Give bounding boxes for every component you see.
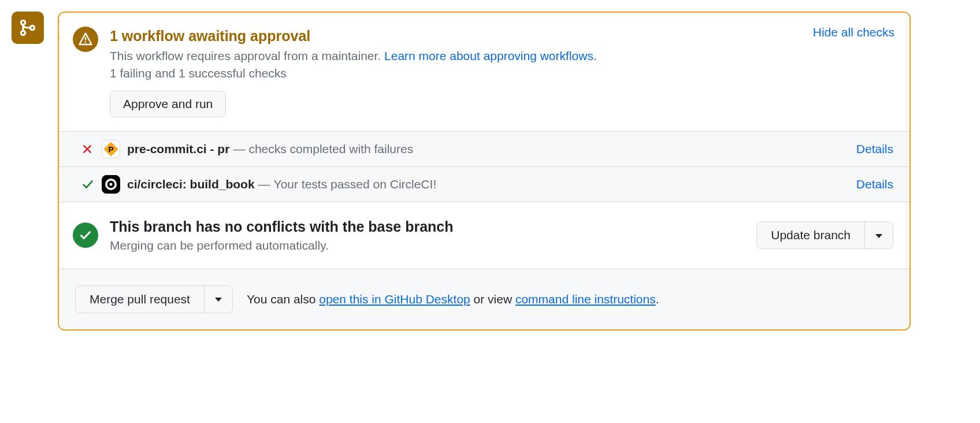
approval-section: 1 workflow awaiting approval This workfl… — [59, 13, 910, 132]
caret-down-icon — [215, 298, 222, 302]
alert-triangle-icon — [79, 32, 92, 46]
check-row: ci/circleci: build_book — Your tests pas… — [59, 167, 910, 202]
check-status-pass — [82, 179, 99, 190]
svg-point-1 — [21, 31, 25, 35]
merge-dropdown-button[interactable] — [204, 286, 232, 313]
check-icon — [82, 179, 94, 190]
check-details-link[interactable]: Details — [856, 177, 893, 191]
approval-description: This workflow requires approval from a m… — [110, 49, 893, 63]
conflicts-title: This branch has no conflicts with the ba… — [110, 218, 756, 235]
merge-footer: Merge pull request You can also open thi… — [59, 269, 910, 329]
merge-pr-button-group: Merge pull request — [75, 285, 233, 313]
precommit-icon: P — [104, 142, 118, 156]
check-status-fail — [82, 144, 99, 154]
conflicts-description: Merging can be performed automatically. — [110, 239, 756, 253]
warning-status-circle — [73, 27, 98, 52]
svg-point-0 — [21, 20, 25, 24]
status-icon-column — [73, 27, 110, 117]
update-branch-dropdown-button[interactable] — [864, 222, 893, 248]
check-name: pre-commit.ci - pr — [127, 142, 229, 156]
timeline-badge — [12, 12, 44, 44]
check-separator: — — [233, 142, 245, 156]
merge-hint-text: You can also open this in GitHub Desktop… — [247, 292, 659, 306]
merge-hint-mid: or view — [470, 292, 515, 306]
check-icon — [79, 229, 92, 242]
merge-pull-request-button[interactable]: Merge pull request — [76, 286, 204, 313]
approval-desc-text: This workflow requires approval from a m… — [110, 49, 384, 62]
svg-point-8 — [110, 183, 113, 185]
checks-summary: 1 failing and 1 successful checks — [110, 66, 893, 80]
conflicts-body: This branch has no conflicts with the ba… — [110, 218, 756, 253]
check-row: P pre-commit.ci - pr — checks completed … — [59, 132, 910, 167]
update-branch-button-group: Update branch — [756, 221, 893, 249]
circleci-icon — [105, 178, 117, 191]
check-description: Your tests passed on CircleCI! — [274, 177, 437, 191]
check-separator: — — [258, 177, 270, 191]
caret-down-icon — [875, 234, 882, 238]
approve-and-run-button[interactable]: Approve and run — [110, 91, 226, 117]
approval-title: 1 workflow awaiting approval — [110, 27, 893, 46]
learn-more-link[interactable]: Learn more about approving workflows. — [384, 49, 597, 62]
svg-text:P: P — [108, 144, 113, 153]
check-description: checks completed with failures — [248, 142, 413, 156]
merge-hint-prefix: You can also — [247, 292, 319, 306]
approval-body: 1 workflow awaiting approval This workfl… — [110, 27, 893, 117]
update-branch-button[interactable]: Update branch — [757, 222, 864, 248]
svg-rect-3 — [85, 37, 86, 40]
svg-rect-4 — [85, 42, 86, 43]
x-icon — [82, 144, 92, 154]
precommit-avatar: P — [102, 140, 120, 158]
merge-status-box: 1 workflow awaiting approval This workfl… — [58, 12, 911, 331]
command-line-instructions-link[interactable]: command line instructions — [515, 292, 656, 306]
check-name: ci/circleci: build_book — [127, 177, 255, 191]
conflicts-section: This branch has no conflicts with the ba… — [59, 202, 910, 269]
pr-merge-status-container: 1 workflow awaiting approval This workfl… — [12, 12, 911, 331]
success-status-circle — [73, 222, 98, 248]
hide-all-checks-link[interactable]: Hide all checks — [813, 25, 894, 39]
circleci-avatar — [102, 175, 120, 194]
merge-hint-suffix: . — [656, 292, 659, 306]
open-github-desktop-link[interactable]: open this in GitHub Desktop — [319, 292, 470, 306]
status-icon-column — [73, 222, 110, 248]
git-merge-icon — [18, 18, 37, 37]
check-details-link[interactable]: Details — [856, 142, 893, 156]
svg-point-2 — [30, 25, 34, 29]
